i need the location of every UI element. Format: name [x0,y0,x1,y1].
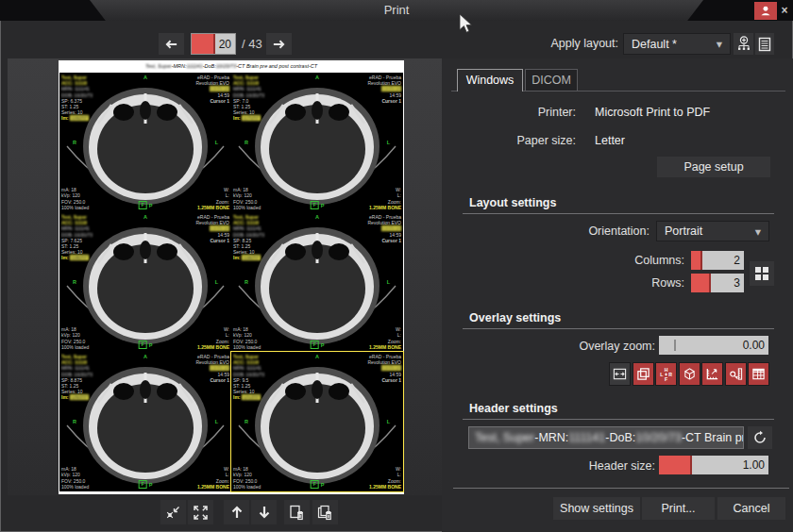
toggle-table-overlay[interactable] [748,362,769,386]
orientation-marker-left: R [73,140,76,145]
orientation-marker-bottom: FP [139,341,153,349]
overlay-zoom-handle[interactable] [674,340,676,351]
orientation-marker-bottom: FP [139,480,153,489]
tab-dicom[interactable]: DICOM [525,69,578,91]
layout-settings-divider [463,213,774,214]
columns-slider[interactable]: 2 [691,251,744,270]
columns-slider-fill [691,251,702,270]
paper-size-value: Letter [595,134,625,147]
page-slider[interactable]: 20 [191,33,236,55]
cancel-button[interactable]: Cancel [717,497,785,520]
rows-slider-fill [691,274,711,292]
cell-overlay: mA: 18kVp: 120FOV: 250.0100% loaded [233,466,261,490]
grid-layout-button[interactable] [750,261,774,286]
measure-tools-icon [729,367,743,381]
overlay-zoom-slider[interactable]: 0.00 [659,336,768,355]
cell-overlay: W:L:Zoom:1.25MM BONE [369,466,401,490]
layout-settings-title: Layout settings [469,196,556,209]
toggle-orientation-letters[interactable]: H L R F [655,362,677,386]
flip-marker: F [311,201,319,209]
page-slider-fill [192,34,215,54]
toggle-ruler[interactable] [701,362,723,386]
next-page-button[interactable] [266,33,292,55]
move-page-up-button[interactable] [224,500,249,524]
chevron-down-icon: ▾ [717,37,722,51]
header-text-field[interactable]: Test, Super-MRN:111141-DoB:10/20/73-CT B… [468,426,744,449]
delete-all-pages-button[interactable] [312,500,338,524]
cell-overlay: Test, SuperACC: 11118MRN: 111141DOB: 10/… [61,214,93,261]
ruler-corner-icon [705,367,719,381]
manage-layouts-icon [758,37,771,52]
preview-cell-1[interactable]: Test, SuperACC: 11118MRN: 111141DOB: 10/… [59,73,231,212]
toggle-cube[interactable] [679,362,700,386]
preview-viewport[interactable]: Test, Super-MRN:111141-DoB:10/20/73-CT B… [8,58,442,495]
overlay-zoom-value: 0.00 [743,336,765,355]
cell-overlay: eRAD - PruebaRevolution EVO03/05/1814:59… [367,75,401,104]
svg-text:L: L [660,372,663,377]
orientation-value: Portrait [665,224,702,238]
show-settings-button[interactable]: Show settings [553,497,640,520]
close-icon: × [781,4,787,17]
orientation-marker-bottom: FP [311,201,325,209]
orientation-marker-right: L [215,279,218,285]
stack-copies-icon [636,367,650,381]
titlebar: Print × [0,0,793,21]
rows-slider[interactable]: 3 [691,274,744,292]
preview-cell-5[interactable]: Test, SuperACC: 11118MRN: 111141DOB: 10/… [59,352,231,491]
cell-overlay: W:L:Zoom:1.25MM BONE [197,326,229,350]
orientation-marker-right: L [387,419,390,424]
cell-overlay: Test, SuperACC: 11118MRN: 111141DOB: 10/… [61,75,93,122]
orientation-marker-right: L [215,140,218,145]
toggle-stack[interactable] [633,362,654,386]
down-arrow-icon [257,505,272,520]
preview-cell-3[interactable]: Test, SuperACC: 11118MRN: 111141DOB: 10/… [59,212,231,352]
dialog-title: Print [0,0,793,21]
header-size-slider[interactable]: 1.00 [659,456,768,474]
cell-overlay: W:L:Zoom:1.25MM BONE [197,466,229,490]
print-button[interactable]: Print... [642,497,715,520]
back-arrow-icon [164,39,178,50]
close-button[interactable]: × [777,2,792,20]
preview-cell-4[interactable]: Test, SuperACC: 11118MRN: 111141DOB: 10/… [231,212,403,352]
save-layout-button[interactable] [734,33,753,55]
fit-page-button[interactable] [188,500,213,524]
page-total: / 43 [242,33,262,55]
svg-text:H: H [665,367,668,373]
move-overlays-icon [613,367,627,381]
layout-dropdown[interactable]: Default * ▾ [623,33,731,55]
page-number: 20 [219,34,231,54]
orientation-marker-left: R [245,419,248,424]
orientation-label: Orientation: [527,224,650,238]
orientation-marker-left: R [245,279,248,285]
header-size-value: 1.00 [743,456,765,474]
cell-overlay: eRAD - PruebaRevolution EVO03/05/1814:59… [195,354,229,383]
tab-windows[interactable]: Windows [457,69,523,91]
cell-overlay: mA: 18kVp: 120FOV: 250.0100% loaded [61,187,89,210]
delete-page-icon [289,505,305,521]
orientation-dropdown[interactable]: Portrait ▾ [656,221,769,241]
previous-page-button[interactable] [159,33,184,55]
reset-header-button[interactable] [748,426,772,449]
manage-layouts-button[interactable] [755,33,774,55]
toggle-measure-tools[interactable] [725,362,747,386]
orientation-marker-top: A [315,354,319,359]
columns-value: 2 [734,251,740,270]
move-page-down-button[interactable] [251,500,277,524]
actual-size-button[interactable] [160,500,186,524]
orientation-marker-right: L [387,279,390,285]
rows-label: Rows: [562,276,684,290]
preview-cell-6[interactable]: Test, SuperACC: 11118MRN: 111141DOB: 10/… [231,352,403,491]
image-grid: Test, SuperACC: 11118MRN: 111141DOB: 10/… [59,73,403,491]
cell-overlay: eRAD - PruebaRevolution EVO03/05/1814:59… [195,214,229,243]
support-user-button[interactable] [754,2,777,20]
cell-overlay: Test, SuperACC: 11118MRN: 111141DOB: 10/… [233,75,264,122]
preview-cell-2[interactable]: Test, SuperACC: 11118MRN: 111141DOB: 10/… [231,73,403,212]
toggle-move-overlays[interactable] [609,362,631,386]
delete-page-button[interactable] [284,500,310,524]
header-settings-divider [463,419,774,420]
settings-panel: Windows DICOM Printer: Microsoft Print t… [442,58,793,532]
cell-overlay: eRAD - PruebaRevolution EVO03/05/1814:59… [195,75,229,104]
page-setup-button[interactable]: Page setup [657,157,770,177]
columns-label: Columns: [562,254,684,267]
svg-text:R: R [668,372,672,377]
